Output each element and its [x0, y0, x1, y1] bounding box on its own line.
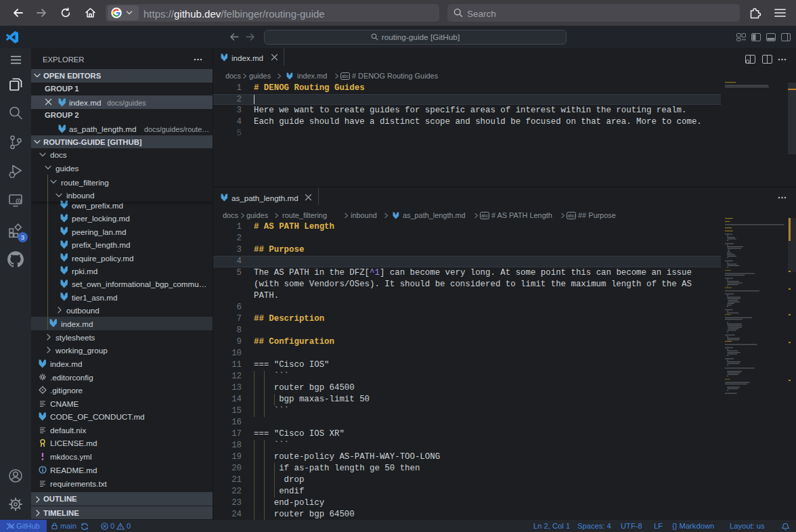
svg-text:abc: abc [481, 213, 489, 218]
svg-text:abc: abc [342, 74, 349, 79]
svg-text:abc: abc [568, 213, 575, 218]
